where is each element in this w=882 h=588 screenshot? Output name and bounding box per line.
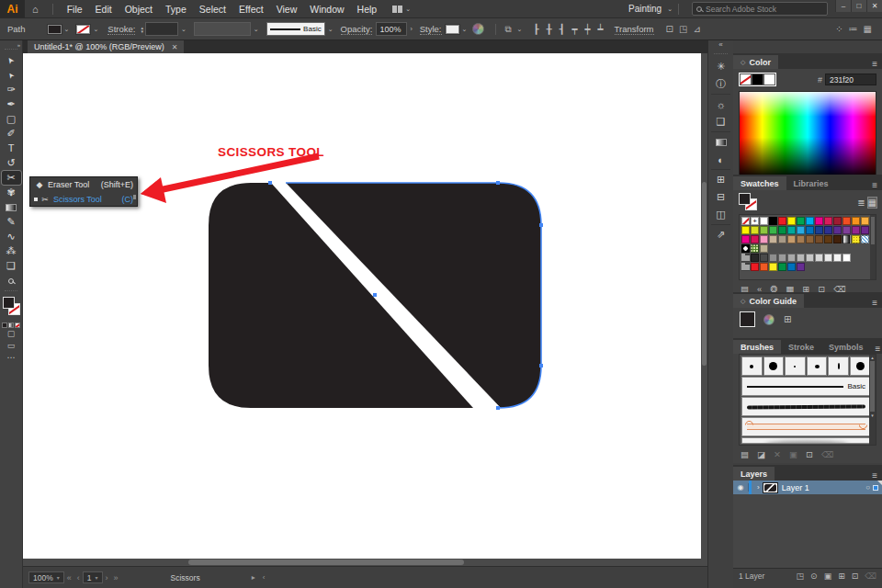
type-tool[interactable]: T [2, 141, 21, 155]
tab-layers[interactable]: Layers [733, 467, 775, 481]
calligraphic-brush-item[interactable] [763, 356, 785, 376]
banner-brush-item[interactable] [741, 417, 871, 436]
panel-menu-icon[interactable]: ≡ [871, 344, 882, 354]
swatch[interactable] [778, 254, 786, 262]
swatch[interactable] [824, 254, 832, 262]
swatch[interactable] [833, 217, 842, 225]
none-swatch[interactable] [740, 74, 752, 85]
swatch[interactable] [824, 217, 832, 225]
scissors-tool[interactable]: ✂ [2, 171, 21, 185]
chevron-down-icon[interactable]: ⌄ [64, 26, 70, 33]
scroll-thumb[interactable] [702, 182, 707, 366]
color-spectrum-picker[interactable] [739, 91, 876, 175]
fill-stroke-control[interactable] [0, 297, 22, 321]
swatch[interactable] [778, 235, 786, 243]
black-swatch[interactable] [752, 74, 763, 85]
panel-list-icon[interactable]: ≔ [849, 24, 858, 34]
zoom-tool[interactable] [2, 274, 21, 288]
chevron-down-icon[interactable]: ⌄ [328, 26, 334, 33]
swatch[interactable] [760, 263, 768, 271]
transform-panel-icon[interactable]: ⊞ [712, 172, 730, 187]
layer-row[interactable]: ◉ › Layer 1 ○ [733, 481, 882, 494]
fill-color-swatch[interactable] [48, 25, 62, 34]
swatch[interactable] [833, 254, 842, 262]
grid-view-icon[interactable]: ▦ [868, 198, 876, 208]
panel-menu-icon[interactable]: ≡ [867, 59, 882, 69]
variable-width-profile-dropdown[interactable]: Basic [266, 22, 325, 36]
maximize-button[interactable]: □ [851, 0, 866, 12]
scroll-up-icon[interactable]: ▴ [869, 355, 876, 360]
new-brush-icon[interactable]: ⊡ [806, 449, 813, 459]
panel-menu-icon[interactable]: ≡ [867, 470, 882, 481]
workspace-switcher[interactable]: Painting [628, 4, 662, 14]
swatch[interactable] [797, 263, 805, 271]
chevron-down-icon[interactable]: ⌄ [517, 26, 523, 33]
screen-mode-icon[interactable]: ▭ [0, 340, 22, 352]
gradient-panel-icon[interactable] [712, 134, 730, 150]
chevron-down-icon[interactable]: ⌄ [405, 6, 411, 13]
rotate-tool[interactable]: ↺ [2, 156, 21, 170]
symbol-sprayer-tool[interactable]: ⁂ [2, 244, 21, 258]
minimize-button[interactable]: – [835, 0, 851, 12]
live-paint-bucket-tool[interactable]: ✾ [2, 186, 21, 199]
stroke-weight-label[interactable]: Stroke: [107, 24, 135, 35]
swatch[interactable] [861, 226, 869, 234]
stroke-color-swatch[interactable] [76, 25, 90, 34]
swatch-folder[interactable] [741, 254, 750, 262]
target-circle-icon[interactable]: ○ [865, 483, 870, 492]
fill-swatch[interactable] [3, 297, 15, 309]
isolate-mode-icon[interactable]: ◳ [679, 24, 687, 34]
swatch[interactable] [797, 226, 805, 234]
swatch-pat-blue[interactable] [861, 235, 869, 243]
swatch[interactable] [751, 235, 759, 243]
swatch[interactable] [852, 226, 860, 234]
opacity-value[interactable]: 100% [376, 22, 407, 36]
menu-select[interactable]: Select [199, 4, 226, 15]
export-icon[interactable]: ⇗ [712, 227, 730, 243]
locate-object-icon[interactable]: ⊙ [810, 571, 818, 581]
menu-view[interactable]: View [277, 4, 298, 15]
scroll-thumb[interactable] [188, 560, 464, 565]
visibility-eye-icon[interactable]: ◉ [733, 483, 749, 492]
list-view-icon[interactable]: ≣ [857, 198, 865, 208]
graphic-styles-icon[interactable]: ❑ [712, 114, 730, 130]
chevron-down-icon[interactable]: ⌄ [181, 26, 187, 33]
swatch[interactable] [815, 235, 823, 243]
libraries-panel-icon[interactable]: ◪ [757, 449, 765, 459]
menu-effect[interactable]: Effect [239, 4, 264, 15]
hex-value-field[interactable]: 231f20 [825, 74, 876, 85]
scroll-down-icon[interactable]: ▾ [869, 413, 876, 418]
swatch[interactable] [815, 254, 823, 262]
swatch[interactable] [769, 217, 777, 225]
transparency-icon[interactable]: ◐ [712, 152, 730, 167]
swatch[interactable] [842, 226, 851, 234]
menu-file[interactable]: File [67, 4, 83, 15]
touch-workspace-icon[interactable]: ⁘ [835, 24, 842, 34]
status-collapse-icon[interactable]: ‹ [263, 573, 266, 582]
swatch[interactable] [787, 226, 796, 234]
horizontal-scrollbar[interactable] [23, 559, 701, 566]
document-tab[interactable]: Untitled-1* @ 100% (RGB/Preview) ✕ [28, 40, 184, 53]
flyout-item-eraser[interactable]: ◆ Eraser Tool (Shift+E) [30, 177, 137, 192]
swatch[interactable] [824, 235, 832, 243]
swatch[interactable] [787, 217, 796, 225]
selection-indicator[interactable] [873, 485, 878, 491]
style-label[interactable]: Style: [420, 24, 442, 35]
swatch[interactable] [751, 254, 759, 262]
base-color-swatch[interactable] [741, 312, 754, 326]
align-left-icon[interactable]: ┠ [533, 24, 538, 34]
direct-selection-tool[interactable]: ➤ [2, 68, 21, 82]
swatch[interactable] [806, 235, 814, 243]
artboard-number-dropdown[interactable]: 1 ▾ [83, 571, 103, 583]
appearance-icon[interactable]: ☼ [712, 96, 730, 112]
close-tab-icon[interactable]: ✕ [172, 43, 178, 51]
calligraphic-brush-item[interactable] [785, 356, 806, 376]
swatch[interactable] [778, 263, 786, 271]
tab-color[interactable]: ◇ Color [733, 55, 778, 69]
more-tools-icon[interactable]: ⋯ [0, 352, 22, 364]
menu-arrow-icon[interactable]: › [410, 26, 412, 32]
swatch[interactable] [787, 235, 796, 243]
align-middle-icon[interactable]: ┿ [585, 24, 591, 34]
layer-thumbnail[interactable] [763, 482, 778, 493]
swatch[interactable] [852, 217, 860, 225]
